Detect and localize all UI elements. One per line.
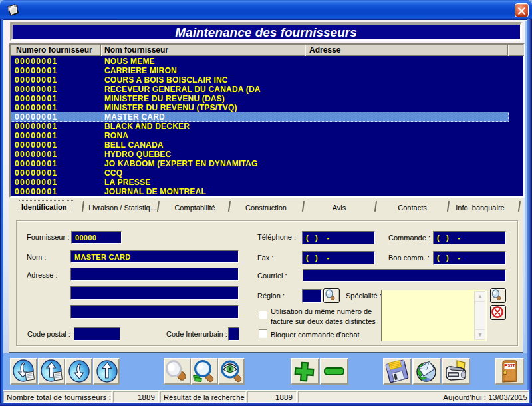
svg-text:EXIT: EXIT bbox=[504, 363, 515, 369]
